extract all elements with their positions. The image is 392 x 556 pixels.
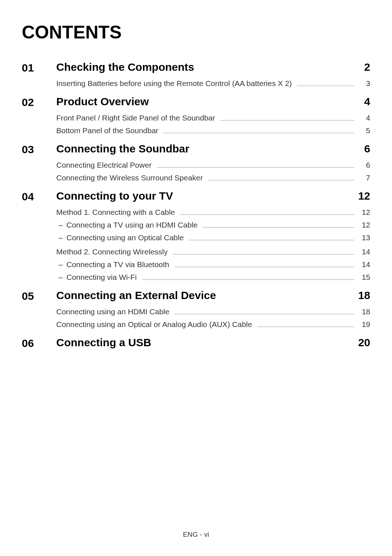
entry-text: Connecting using an Optical or Analog Au… (56, 320, 252, 329)
entry-page: 14 (359, 248, 370, 256)
section-page: 20 (358, 336, 370, 349)
toc-section: 03Connecting the Soundbar6Connecting Ele… (22, 143, 370, 188)
entry-text: Connecting using an HDMI Cable (56, 307, 170, 316)
leader-line (175, 314, 354, 314)
entry-page: 4 (359, 114, 370, 122)
entry-page: 3 (359, 79, 370, 88)
section-title: Connecting an External Device (56, 289, 216, 302)
leader-line (173, 254, 354, 254)
section-number: 06 (22, 336, 56, 355)
section-title: Connecting the Soundbar (56, 143, 189, 155)
section-body: Checking the Components2Inserting Batter… (56, 61, 370, 93)
entry-page: 13 (359, 233, 370, 242)
entry-text: Method 1. Connecting with a Cable (56, 208, 175, 217)
toc-section: 06Connecting a USB20 (22, 336, 370, 355)
toc-entry[interactable]: Inserting Batteries before using the Rem… (56, 79, 370, 88)
section-number: 01 (22, 61, 56, 93)
page-title: CONTENTS (22, 22, 370, 43)
entry-text: Connecting a TV via Bluetooth (56, 260, 169, 269)
table-of-contents: 01Checking the Components2Inserting Batt… (22, 61, 370, 357)
section-page: 18 (358, 289, 370, 302)
toc-entry[interactable]: Connecting using an Optical Cable13 (56, 233, 370, 242)
entry-page: 15 (359, 273, 370, 282)
entry-page: 14 (359, 260, 370, 269)
section-header[interactable]: Connecting to your TV12 (56, 190, 370, 202)
section-number: 05 (22, 289, 56, 334)
leader-line (203, 227, 354, 228)
entry-text: Connecting via Wi-Fi (56, 273, 137, 282)
entry-text: Connecting the Wireless Surround Speaker (56, 173, 203, 182)
section-header[interactable]: Connecting a USB20 (56, 336, 370, 349)
leader-line (297, 86, 354, 86)
toc-entry[interactable]: Front Panel / Right Side Panel of the So… (56, 114, 370, 123)
entry-text: Method 2. Connecting Wirelessly (56, 248, 168, 256)
toc-section: 01Checking the Components2Inserting Batt… (22, 61, 370, 93)
section-page: 2 (364, 61, 370, 73)
section-body: Product Overview4Front Panel / Right Sid… (56, 95, 370, 140)
section-body: Connecting the Soundbar6Connecting Elect… (56, 143, 370, 188)
toc-entry[interactable]: Method 2. Connecting Wirelessly14 (56, 248, 370, 257)
toc-section: 05Connecting an External Device18Connect… (22, 289, 370, 334)
entry-page: 12 (359, 221, 370, 229)
section-page: 12 (358, 190, 370, 202)
entry-text: Inserting Batteries before using the Rem… (56, 79, 292, 88)
leader-line (189, 240, 354, 240)
section-header[interactable]: Checking the Components2 (56, 61, 370, 73)
section-header[interactable]: Product Overview4 (56, 95, 370, 108)
leader-line (174, 267, 354, 267)
entry-group: Method 2. Connecting Wirelessly14Connect… (56, 248, 370, 282)
section-title: Checking the Components (56, 61, 194, 73)
section-title: Connecting a USB (56, 336, 151, 349)
toc-section: 02Product Overview4Front Panel / Right S… (22, 95, 370, 140)
entry-text: Bottom Panel of the Soundbar (56, 126, 158, 135)
section-page: 4 (364, 95, 370, 108)
entry-text: Connecting Electrical Power (56, 161, 152, 169)
section-page: 6 (364, 143, 370, 155)
entry-page: 5 (359, 126, 370, 135)
entry-group: Connecting using an HDMI Cable18Connecti… (56, 307, 370, 329)
entry-page: 18 (359, 307, 370, 316)
entry-group: Method 1. Connecting with a Cable12Conne… (56, 208, 370, 242)
entry-group: Inserting Batteries before using the Rem… (56, 79, 370, 88)
toc-entry[interactable]: Connecting using an HDMI Cable18 (56, 307, 370, 316)
entry-text: Connecting a TV using an HDMI Cable (56, 221, 197, 229)
toc-entry[interactable]: Method 1. Connecting with a Cable12 (56, 208, 370, 217)
section-title: Connecting to your TV (56, 190, 173, 202)
leader-line (220, 120, 354, 120)
toc-entry[interactable]: Connecting Electrical Power6 (56, 161, 370, 170)
toc-entry[interactable]: Bottom Panel of the Soundbar5 (56, 126, 370, 135)
entry-group: Front Panel / Right Side Panel of the So… (56, 114, 370, 135)
entry-page: 19 (359, 320, 370, 329)
entry-page: 6 (359, 161, 370, 169)
section-body: Connecting to your TV12Method 1. Connect… (56, 190, 370, 287)
toc-entry[interactable]: Connecting using an Optical or Analog Au… (56, 320, 370, 329)
section-header[interactable]: Connecting an External Device18 (56, 289, 370, 302)
leader-line (208, 180, 354, 180)
leader-line (157, 167, 354, 168)
toc-entry[interactable]: Connecting a TV via Bluetooth14 (56, 260, 370, 269)
leader-line (257, 327, 354, 327)
section-body: Connecting an External Device18Connectin… (56, 289, 370, 334)
toc-entry[interactable]: Connecting a TV using an HDMI Cable12 (56, 221, 370, 230)
section-number: 02 (22, 95, 56, 140)
section-number: 03 (22, 143, 56, 188)
leader-line (180, 214, 354, 215)
section-body: Connecting a USB20 (56, 336, 370, 355)
section-title: Product Overview (56, 95, 149, 108)
entry-page: 12 (359, 208, 370, 217)
toc-section: 04Connecting to your TV12Method 1. Conne… (22, 190, 370, 287)
entry-page: 7 (359, 173, 370, 182)
leader-line (142, 279, 354, 280)
entry-group: Connecting Electrical Power6Connecting t… (56, 161, 370, 183)
toc-entry[interactable]: Connecting the Wireless Surround Speaker… (56, 173, 370, 183)
section-number: 04 (22, 190, 56, 287)
page-footer: ENG - vi (0, 531, 392, 539)
section-header[interactable]: Connecting the Soundbar6 (56, 143, 370, 155)
entry-text: Connecting using an Optical Cable (56, 233, 184, 242)
leader-line (163, 133, 354, 133)
entry-text: Front Panel / Right Side Panel of the So… (56, 114, 215, 122)
toc-entry[interactable]: Connecting via Wi-Fi15 (56, 273, 370, 282)
